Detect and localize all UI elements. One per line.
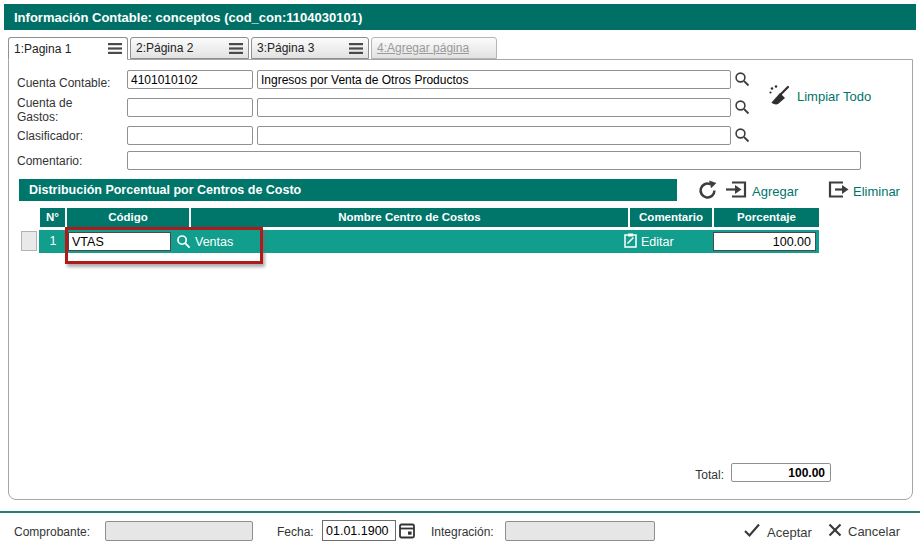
clasificador-code-input[interactable] (127, 126, 253, 145)
tab-pagina-3[interactable]: 3:Página 3 (251, 37, 369, 59)
tab-menu-icon[interactable] (229, 43, 243, 54)
check-icon (743, 523, 761, 541)
broom-icon (767, 83, 791, 110)
editar-label: Editar (641, 235, 674, 249)
limpiar-todo-label: Limpiar Todo (797, 89, 871, 104)
codigo-input[interactable] (68, 232, 171, 251)
comentario-input[interactable] (127, 151, 861, 170)
limpiar-todo-button[interactable]: Limpiar Todo (767, 83, 871, 110)
eliminar-button[interactable]: Eliminar (827, 180, 900, 202)
fecha-label: Fecha: (277, 525, 314, 539)
cuenta-contable-name-input[interactable] (257, 70, 731, 89)
row-selector[interactable] (21, 231, 37, 251)
integracion-input (505, 521, 655, 541)
agregar-label: Agregar (752, 184, 798, 199)
tab-pagina-3-label: 3:Página 3 (257, 41, 314, 55)
fecha-input[interactable] (322, 520, 396, 541)
editar-button[interactable]: Editar (624, 233, 674, 251)
distribution-section-header: Distribución Porcentual por Centros de C… (19, 179, 677, 201)
comentario-label: Comentario: (17, 154, 82, 168)
window: Información Contable: conceptos (cod_con… (0, 0, 920, 557)
search-icon[interactable] (734, 71, 750, 90)
cuenta-gastos-code-input[interactable] (127, 98, 253, 117)
tab-menu-icon[interactable] (108, 43, 122, 54)
content-panel: Cuenta Contable: Cuenta de Gastos: Clasi… (8, 59, 913, 500)
search-icon[interactable] (734, 99, 750, 118)
aceptar-label: Aceptar (767, 525, 812, 540)
cuenta-contable-code-input[interactable] (127, 70, 253, 89)
column-header-num: N° (40, 208, 65, 227)
x-icon (828, 523, 842, 540)
tab-agregar-pagina-label: 4:Agregar página (377, 41, 469, 55)
integracion-label: Integración: (431, 525, 494, 539)
tab-pagina-1-label: 1:Pagina 1 (14, 42, 71, 56)
row-number: 1 (39, 234, 67, 248)
edit-clipboard-icon (624, 233, 637, 251)
refresh-button[interactable] (697, 180, 718, 204)
column-header-nombre: Nombre Centro de Costos (191, 208, 628, 227)
refresh-icon (697, 180, 718, 204)
cancelar-label: Cancelar (848, 524, 900, 539)
add-row-icon (726, 180, 748, 202)
column-header-codigo: Código (67, 208, 189, 227)
cuenta-gastos-label: Cuenta de Gastos: (17, 96, 95, 124)
eliminar-label: Eliminar (853, 184, 900, 199)
column-header-porcentaje: Porcentaje (714, 208, 819, 227)
agregar-button[interactable]: Agregar (726, 180, 798, 202)
search-icon[interactable] (734, 127, 750, 146)
tab-pagina-2[interactable]: 2:Página 2 (130, 37, 249, 59)
clasificador-label: Clasificador: (17, 129, 83, 143)
centro-costo-nombre: Ventas (195, 235, 233, 249)
footer-divider (0, 511, 920, 513)
column-header-comentario: Comentario (630, 208, 712, 227)
search-icon[interactable] (176, 234, 191, 252)
comprobante-label: Comprobante: (14, 525, 90, 539)
total-input (731, 463, 831, 482)
comprobante-input (105, 521, 253, 541)
calendar-icon[interactable] (399, 522, 415, 542)
tab-menu-icon[interactable] (349, 43, 363, 54)
porcentaje-input[interactable] (713, 232, 816, 251)
aceptar-button[interactable]: Aceptar (743, 523, 812, 541)
tab-agregar-pagina[interactable]: 4:Agregar página (371, 37, 497, 59)
clasificador-name-input[interactable] (257, 126, 731, 145)
window-title-bar: Información Contable: conceptos (cod_con… (4, 4, 916, 30)
cancelar-button[interactable]: Cancelar (828, 523, 900, 540)
cuenta-contable-label: Cuenta Contable: (17, 76, 110, 90)
remove-row-icon (827, 180, 849, 202)
cuenta-gastos-name-input[interactable] (257, 98, 731, 117)
window-title: Información Contable: conceptos (cod_con… (14, 10, 362, 25)
tab-pagina-1[interactable]: 1:Pagina 1 (8, 37, 128, 60)
tab-pagina-2-label: 2:Página 2 (136, 41, 193, 55)
total-label: Total: (639, 468, 724, 482)
